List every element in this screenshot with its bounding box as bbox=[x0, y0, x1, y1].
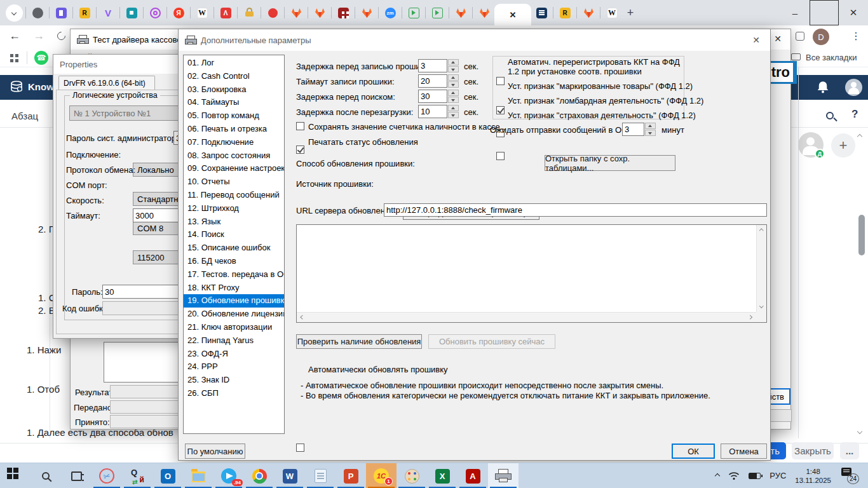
bell-icon[interactable] bbox=[817, 81, 829, 93]
favicon-gitlab[interactable] bbox=[362, 8, 372, 18]
pinned-tab[interactable] bbox=[358, 0, 376, 25]
favicon-wikipedia[interactable]: W bbox=[607, 8, 618, 18]
pinned-tab[interactable] bbox=[580, 0, 597, 25]
category-item[interactable]: 20. Обновление лицензий bbox=[184, 308, 284, 321]
favicon-wikipedia[interactable]: W bbox=[197, 8, 208, 18]
pinned-tab[interactable] bbox=[52, 0, 70, 25]
category-item[interactable]: 25. Знак ID bbox=[184, 374, 284, 387]
category-item[interactable]: 01. Лог bbox=[184, 57, 284, 70]
taskbar-search-icon[interactable] bbox=[31, 463, 61, 488]
favicon-qr-red[interactable] bbox=[338, 8, 349, 18]
timer-spinner[interactable] bbox=[448, 59, 459, 72]
taskbar-punto-icon[interactable]: Qй⇄ bbox=[122, 463, 153, 488]
scroll-right-icon[interactable] bbox=[746, 313, 756, 322]
wifi-icon[interactable] bbox=[728, 471, 740, 480]
favicon-gitlab[interactable] bbox=[315, 8, 325, 18]
favicon-lock[interactable] bbox=[244, 8, 255, 18]
taskbar-taskview-icon[interactable] bbox=[61, 463, 92, 488]
driver-tab[interactable]: DrvFR v6.19.0.6 (64-bit) bbox=[58, 76, 155, 90]
pinned-tab[interactable]: W bbox=[603, 0, 621, 25]
pinned-tab[interactable] bbox=[264, 0, 281, 25]
favicon-yandex[interactable]: Я bbox=[173, 8, 184, 18]
extensions-icon[interactable] bbox=[796, 32, 804, 41]
pinned-tab[interactable]: Λ bbox=[217, 0, 234, 25]
collaborator-avatar[interactable]: Д bbox=[798, 132, 824, 158]
taskbar-chrome-icon[interactable] bbox=[244, 463, 275, 488]
pinned-tab[interactable] bbox=[311, 0, 329, 25]
category-item[interactable]: 07. Подключение bbox=[184, 136, 284, 149]
category-item[interactable]: 05. Повтор команд bbox=[184, 109, 284, 123]
category-item-selected[interactable]: 19. Обновление прошивки bbox=[184, 294, 284, 308]
favicon-lambda-red[interactable]: Λ bbox=[220, 8, 231, 18]
ffd-checkbox[interactable] bbox=[496, 77, 505, 85]
site-nav-title[interactable]: Know bbox=[28, 81, 53, 92]
favicon-vite[interactable]: V bbox=[103, 8, 114, 18]
category-item[interactable]: 26. СБП bbox=[184, 387, 284, 400]
taskbar-powerpoint-icon[interactable]: P bbox=[336, 463, 366, 488]
pinned-tab[interactable] bbox=[123, 0, 140, 25]
favicon-gitlab[interactable] bbox=[479, 8, 490, 18]
pinned-tab[interactable] bbox=[428, 0, 446, 25]
favicon-teal-app[interactable] bbox=[126, 8, 137, 18]
cancel-button[interactable]: Отмена bbox=[721, 444, 767, 459]
category-item[interactable]: 17. Тестов. передача в ОФД bbox=[184, 268, 284, 281]
pinned-tab[interactable] bbox=[475, 0, 493, 25]
open-folder-button[interactable]: Открыть папку с сохр. таблицами... bbox=[545, 155, 675, 171]
forward-icon[interactable]: → bbox=[33, 29, 44, 43]
log-hscrollbar[interactable] bbox=[297, 312, 756, 322]
category-item[interactable]: 18. ККТ Proxy bbox=[184, 281, 284, 295]
pinned-tab[interactable]: Я bbox=[170, 0, 187, 25]
category-item[interactable]: 22. Пинпад Yarus bbox=[184, 334, 284, 348]
category-item[interactable]: 03. Блокировка bbox=[184, 83, 284, 97]
favicon-gitlab[interactable] bbox=[583, 8, 594, 18]
category-item[interactable]: 24. PPP bbox=[184, 360, 284, 374]
battery-icon[interactable] bbox=[749, 473, 761, 479]
editor-toolbar-paragraph[interactable]: Абзац bbox=[11, 111, 38, 121]
add-collaborator-button[interactable]: + bbox=[831, 133, 855, 158]
favicon-r-yellow[interactable]: R bbox=[79, 8, 90, 18]
taskbar-outlook-icon[interactable]: O bbox=[153, 463, 183, 488]
pinned-tab[interactable]: R bbox=[76, 0, 93, 25]
pinned-tab[interactable]: W bbox=[193, 0, 211, 25]
pinned-tab[interactable]: V bbox=[99, 0, 117, 25]
log-vscrollbar[interactable] bbox=[756, 225, 766, 312]
category-item[interactable]: 04. Таймауты bbox=[184, 96, 284, 109]
pinned-tab[interactable]: R bbox=[556, 0, 574, 25]
category-item[interactable]: 21. Ключ авторизации bbox=[184, 321, 284, 334]
auto-update-checkbox[interactable] bbox=[296, 444, 304, 452]
timer-input[interactable]: 3 bbox=[418, 59, 447, 72]
taskbar-word-icon[interactable]: W bbox=[275, 463, 305, 488]
favicon-globe[interactable] bbox=[32, 8, 43, 18]
pinned-tab[interactable] bbox=[29, 0, 46, 25]
favicon-kb-dark[interactable] bbox=[536, 8, 547, 18]
dialog-titlebar[interactable]: Дополнительные параметры ✕ bbox=[179, 29, 770, 51]
category-item[interactable]: 13. Язык bbox=[184, 215, 284, 229]
reload-icon[interactable] bbox=[55, 30, 67, 41]
page-search-icon[interactable] bbox=[826, 112, 834, 119]
category-item[interactable]: 10. Отчеты bbox=[184, 175, 284, 189]
favicon-red-dot[interactable] bbox=[268, 8, 278, 18]
category-item[interactable]: 16. БД чеков bbox=[184, 255, 284, 268]
favicon-gitlab[interactable] bbox=[291, 8, 302, 18]
favicon-play-green[interactable] bbox=[409, 8, 419, 18]
all-bookmarks-label[interactable]: Все закладки bbox=[806, 53, 857, 62]
taskbar-acrobat-icon[interactable]: A bbox=[458, 463, 488, 488]
window-maximize-button[interactable] bbox=[810, 0, 839, 25]
scroll-down-icon[interactable] bbox=[858, 424, 862, 436]
category-item[interactable]: 02. Cash Control bbox=[184, 70, 284, 83]
pinned-tab[interactable] bbox=[240, 0, 258, 25]
page-scrollbar-thumb[interactable] bbox=[858, 215, 865, 255]
pinned-tab[interactable] bbox=[287, 0, 305, 25]
pinned-tab[interactable] bbox=[405, 0, 423, 25]
taskbar-onec-icon[interactable]: 1С1 bbox=[366, 463, 397, 488]
pinned-tab[interactable]: zm bbox=[381, 0, 399, 25]
favicon-rings[interactable] bbox=[150, 8, 161, 18]
tab-search-icon[interactable] bbox=[6, 4, 23, 22]
back-icon[interactable]: ← bbox=[9, 29, 20, 43]
timer-input[interactable]: 30 bbox=[418, 90, 447, 103]
taskbar-excel-icon[interactable]: X bbox=[427, 463, 458, 488]
pinned-tab[interactable] bbox=[5, 0, 23, 25]
print-status-checkbox[interactable] bbox=[296, 146, 304, 154]
active-tab[interactable]: ✕ bbox=[494, 4, 531, 25]
taskbar-snip-icon[interactable]: ✂ bbox=[92, 463, 122, 488]
